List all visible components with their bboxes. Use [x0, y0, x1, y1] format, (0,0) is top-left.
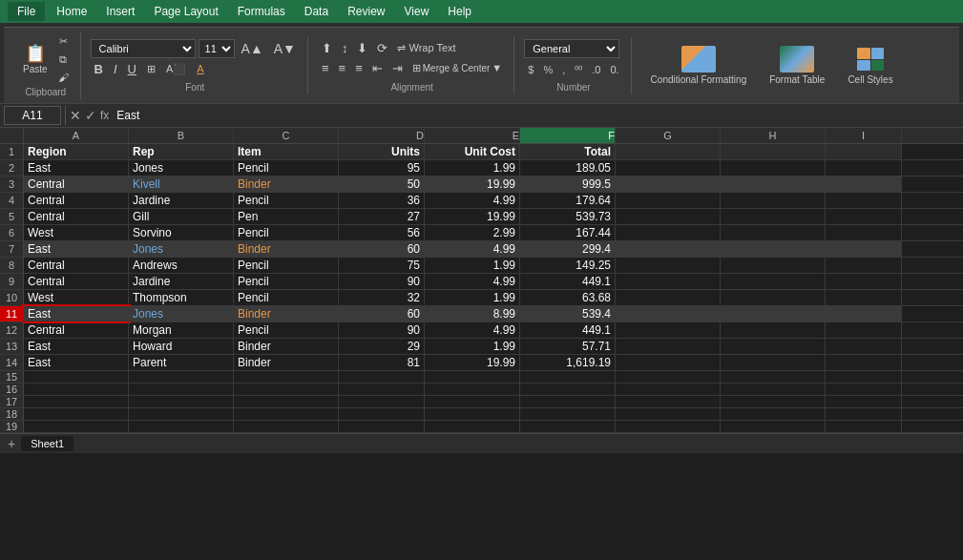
menu-review[interactable]: Review	[340, 2, 392, 21]
cell-15-I[interactable]	[826, 371, 902, 383]
cell-7-I[interactable]	[826, 241, 902, 257]
cell-16-D[interactable]	[339, 384, 425, 395]
cell-2-A[interactable]: East	[24, 160, 129, 176]
cell-1-I[interactable]	[826, 144, 902, 159]
cell-7-A[interactable]: East	[24, 241, 129, 257]
wrap-text-button[interactable]: ⇌ Wrap Text	[393, 40, 459, 56]
cell-9-D[interactable]: 90	[339, 274, 425, 289]
cell-7-B[interactable]: Jones	[129, 241, 234, 257]
cell-16-F[interactable]	[520, 384, 616, 395]
cell-2-H[interactable]	[721, 160, 826, 176]
cell-18-I[interactable]	[826, 408, 902, 420]
cell-6-F[interactable]: 167.44	[520, 225, 616, 240]
cell-6-E[interactable]: 2.99	[425, 225, 520, 240]
cell-5-B[interactable]: Gill	[129, 209, 234, 224]
insert-function-icon[interactable]: fx	[100, 109, 109, 122]
cell-15-A[interactable]	[24, 371, 129, 383]
menu-data[interactable]: Data	[297, 2, 336, 21]
cell-5-F[interactable]: 539.73	[520, 209, 616, 224]
cell-5-G[interactable]	[616, 209, 721, 224]
cell-17-G[interactable]	[616, 396, 721, 407]
cell-11-C[interactable]: Binder	[234, 306, 339, 321]
row-num-5[interactable]: 5	[0, 209, 24, 224]
cell-10-C[interactable]: Pencil	[234, 290, 339, 305]
fill-color-button[interactable]: A⬛	[162, 61, 190, 77]
cell-12-G[interactable]	[616, 322, 721, 338]
cell-11-F[interactable]: 539.4	[520, 306, 616, 321]
row-num-10[interactable]: 10	[0, 290, 24, 305]
cell-9-I[interactable]	[826, 274, 902, 289]
menu-page-layout[interactable]: Page Layout	[146, 2, 225, 21]
cell-18-H[interactable]	[721, 408, 826, 420]
cell-2-B[interactable]: Jones	[129, 160, 234, 176]
paste-button[interactable]: 📋 Paste	[19, 43, 52, 76]
cell-1-B[interactable]: Rep	[129, 144, 234, 159]
currency-button[interactable]: $	[524, 62, 537, 77]
cell-17-F[interactable]	[520, 396, 616, 407]
cell-7-G[interactable]	[616, 241, 721, 257]
cell-1-F[interactable]: Total	[520, 144, 616, 159]
cell-17-A[interactable]	[24, 396, 129, 407]
cell-19-B[interactable]	[129, 421, 234, 432]
cancel-formula-icon[interactable]: ✕	[70, 108, 81, 123]
cell-1-A[interactable]: Region	[24, 144, 129, 159]
cell-9-B[interactable]: Jardine	[129, 274, 234, 289]
cell-14-C[interactable]: Binder	[234, 355, 339, 370]
cell-15-E[interactable]	[425, 371, 520, 383]
cell-17-I[interactable]	[826, 396, 902, 407]
cell-14-G[interactable]	[616, 355, 721, 370]
cell-18-B[interactable]	[129, 408, 234, 420]
row-num-4[interactable]: 4	[0, 193, 24, 208]
cell-12-I[interactable]	[826, 322, 902, 338]
cell-18-A[interactable]	[24, 408, 129, 420]
cell-9-G[interactable]	[616, 274, 721, 289]
cell-8-E[interactable]: 1.99	[425, 258, 520, 273]
cell-11-I[interactable]	[826, 306, 902, 321]
cell-15-H[interactable]	[721, 371, 826, 383]
cell-13-G[interactable]	[616, 339, 721, 354]
font-size-select[interactable]: 11	[199, 39, 235, 58]
italic-button[interactable]: I	[110, 60, 121, 78]
cell-9-H[interactable]	[721, 274, 826, 289]
copy-button[interactable]: ⧉	[54, 52, 73, 68]
cell-3-F[interactable]: 999.5	[520, 176, 616, 192]
align-center-button[interactable]: ≡	[335, 59, 350, 77]
cell-10-H[interactable]	[721, 290, 826, 305]
format-table-button[interactable]: Format Table	[760, 42, 834, 89]
row-num-14[interactable]: 14	[0, 355, 24, 370]
cell-6-C[interactable]: Pencil	[234, 225, 339, 240]
cell-15-B[interactable]	[129, 371, 234, 383]
col-header-i[interactable]: I	[826, 128, 902, 143]
menu-home[interactable]: Home	[49, 2, 94, 21]
row-num-13[interactable]: 13	[0, 339, 24, 354]
cell-18-F[interactable]	[520, 408, 616, 420]
cell-3-E[interactable]: 19.99	[425, 176, 520, 192]
cell-6-G[interactable]	[616, 225, 721, 240]
cell-10-E[interactable]: 1.99	[425, 290, 520, 305]
decrease-decimal-button[interactable]: 0.	[606, 62, 622, 77]
cell-16-B[interactable]	[129, 384, 234, 395]
cell-3-H[interactable]	[721, 176, 826, 192]
cell-12-H[interactable]	[721, 322, 826, 338]
cell-8-H[interactable]	[721, 258, 826, 273]
cell-11-E[interactable]: 8.99	[425, 306, 520, 321]
cell-4-D[interactable]: 36	[339, 193, 425, 208]
cell-16-E[interactable]	[425, 384, 520, 395]
cell-8-F[interactable]: 149.25	[520, 258, 616, 273]
cell-14-B[interactable]: Parent	[129, 355, 234, 370]
cell-8-B[interactable]: Andrews	[129, 258, 234, 273]
cell-7-E[interactable]: 4.99	[425, 241, 520, 257]
row-num-19[interactable]: 19	[0, 421, 24, 432]
align-top-button[interactable]: ⬆	[318, 39, 336, 57]
cell-16-H[interactable]	[721, 384, 826, 395]
cell-1-E[interactable]: Unit Cost	[425, 144, 520, 159]
confirm-formula-icon[interactable]: ✓	[85, 108, 96, 123]
cell-1-D[interactable]: Units	[339, 144, 425, 159]
cell-5-I[interactable]	[826, 209, 902, 224]
align-left-button[interactable]: ≡	[318, 59, 333, 77]
number-format-select[interactable]: General	[524, 39, 619, 58]
align-middle-button[interactable]: ↕	[338, 39, 352, 57]
merge-center-button[interactable]: ⊞ Merge & Center ▼	[408, 60, 506, 76]
align-right-button[interactable]: ≡	[351, 59, 366, 77]
conditional-formatting-button[interactable]: Conditional Formatting	[641, 42, 757, 89]
